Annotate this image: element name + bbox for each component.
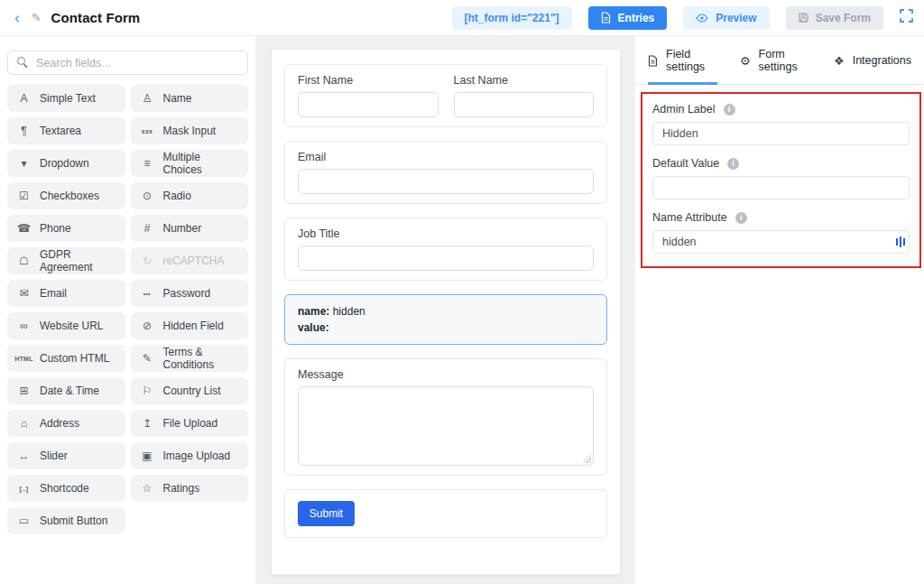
search-icon (17, 57, 25, 65)
field-name[interactable]: ♙Name (131, 85, 249, 112)
field-country-list[interactable]: ⚐Country List (131, 377, 249, 404)
button-icon: ▭ (17, 515, 31, 526)
field-email[interactable]: ✉Email (7, 280, 125, 307)
email-input[interactable] (298, 169, 594, 194)
tab-integrations[interactable]: ❖ Integrations (834, 48, 911, 85)
radio-icon: ⊙ (141, 190, 154, 201)
field-label: reCAPTCHA (163, 255, 225, 267)
checkbox-icon: ☑ (17, 190, 31, 201)
upload-icon: ↥ (141, 418, 154, 429)
field-settings-highlight-box: Admin Label Default Value Name Attri (641, 92, 921, 268)
field-label: Textarea (40, 125, 81, 137)
field-label: Phone (40, 222, 71, 235)
field-label: Terms & Conditions (163, 346, 239, 371)
field-phone[interactable]: ☎Phone (7, 215, 125, 242)
fullscreen-icon[interactable] (900, 9, 913, 26)
resize-handle-icon[interactable] (583, 455, 591, 463)
field-ratings[interactable]: ☆Ratings (131, 475, 249, 502)
fields-grid: ASimple Text♙Name¶TextareaxxxMask Input▾… (7, 85, 248, 534)
field-label: Custom HTML (40, 352, 109, 365)
message-field-block[interactable]: Message (284, 358, 607, 476)
field-label: Name (163, 92, 192, 105)
hidden-field-block-selected[interactable]: name: hidden value: (284, 294, 607, 345)
field-label: Country List (163, 385, 221, 397)
field-date-time[interactable]: ⊞Date & Time (7, 377, 125, 404)
tab-form-settings[interactable]: ⚙ Form settings (740, 48, 811, 85)
admin-label-input[interactable] (652, 122, 910, 145)
save-button-label: Save Form (816, 12, 871, 24)
name-attribute-input[interactable] (652, 230, 910, 254)
field-multiple-choices[interactable]: ≡Multiple Choices (131, 150, 249, 177)
field-label: Image Upload (163, 450, 231, 462)
job-title-label: Job Title (298, 227, 594, 240)
field-label: Number (163, 222, 202, 235)
field-gdpr-agreement[interactable]: ☖GDPR Agreement (7, 247, 125, 274)
job-title-input[interactable] (298, 246, 594, 271)
field-dropdown[interactable]: ▾Dropdown (7, 150, 125, 177)
preview-button[interactable]: Preview (683, 6, 769, 30)
field-radio[interactable]: ⊙Radio (131, 182, 249, 209)
shortcode-icon: [..] (17, 486, 31, 492)
last-name-input[interactable] (454, 92, 595, 117)
hidden-name-value: hidden (333, 305, 365, 318)
field-image-upload[interactable]: ▣Image Upload (131, 442, 249, 469)
info-icon[interactable] (735, 212, 747, 224)
edit-title-icon[interactable]: ✎ (32, 12, 42, 23)
field-terms-conditions[interactable]: ✎Terms & Conditions (131, 345, 249, 372)
job-title-field-block[interactable]: Job Title (284, 218, 607, 281)
mask-input-icon: xxx (141, 128, 154, 134)
field-simple-text[interactable]: ASimple Text (7, 85, 125, 112)
field-checkboxes[interactable]: ☑Checkboxes (7, 182, 125, 209)
form-submit-button[interactable]: Submit (298, 501, 355, 526)
entries-button[interactable]: Entries (588, 6, 668, 30)
hidden-name-key: name: (298, 305, 329, 318)
envelope-icon: ✉ (17, 288, 31, 299)
tab-label: Field settings (666, 48, 717, 73)
field-textarea[interactable]: ¶Textarea (7, 117, 125, 144)
field-shortcode[interactable]: [..]Shortcode (7, 475, 125, 502)
field-website-url[interactable]: ∞Website URL (7, 312, 125, 339)
field-mask-input[interactable]: xxxMask Input (131, 117, 249, 144)
slider-icon: ↔ (17, 450, 31, 461)
first-name-input[interactable] (298, 92, 439, 117)
html-icon: HTML (17, 356, 31, 362)
default-value-input[interactable] (652, 176, 910, 199)
builder-area: First Name Last Name Email Job Title (256, 36, 635, 584)
name-field-block[interactable]: First Name Last Name (284, 64, 607, 127)
entries-button-label: Entries (618, 12, 655, 24)
field-file-upload[interactable]: ↥File Upload (131, 410, 249, 437)
field-submit-button[interactable]: ▭Submit Button (7, 507, 125, 534)
recaptcha-icon: ↻ (141, 255, 154, 266)
field-recaptcha: ↻reCAPTCHA (131, 247, 249, 274)
field-label: Simple Text (40, 92, 96, 105)
field-number[interactable]: #Number (131, 215, 249, 242)
dropdown-icon: ▾ (17, 158, 31, 169)
field-custom-html[interactable]: HTMLCustom HTML (7, 345, 125, 372)
admin-label-label: Admin Label (652, 103, 716, 116)
info-icon[interactable] (724, 104, 735, 116)
field-label: Shortcode (40, 482, 89, 495)
autofill-extension-icon[interactable] (900, 236, 901, 247)
fields-sidebar: ASimple Text♙Name¶TextareaxxxMask Input▾… (0, 36, 256, 584)
message-textarea[interactable] (298, 386, 594, 466)
list-icon: ≡ (141, 158, 154, 169)
back-icon[interactable]: ‹ (13, 10, 22, 25)
field-address[interactable]: ⌂Address (7, 410, 125, 437)
email-field-block[interactable]: Email (284, 141, 607, 204)
tab-field-settings[interactable]: Field settings (648, 48, 717, 85)
field-password[interactable]: •••Password (131, 280, 249, 307)
field-hidden-field[interactable]: ⊘Hidden Field (131, 312, 249, 339)
gear-icon: ⚙ (740, 55, 751, 67)
entries-file-icon (601, 12, 611, 23)
field-label: Mask Input (163, 125, 217, 137)
paragraph-icon: ¶ (17, 125, 31, 136)
phone-icon: ☎ (17, 223, 31, 234)
info-icon[interactable] (727, 158, 739, 170)
field-slider[interactable]: ↔Slider (7, 442, 125, 469)
search-fields-input[interactable] (7, 51, 248, 75)
shortcode-button[interactable]: [ht_form id="221"] (452, 6, 572, 30)
default-value-label: Default Value (652, 157, 719, 170)
submit-button-block[interactable]: Submit (284, 489, 607, 538)
email-label: Email (298, 151, 594, 163)
shield-icon: ☖ (17, 255, 31, 266)
